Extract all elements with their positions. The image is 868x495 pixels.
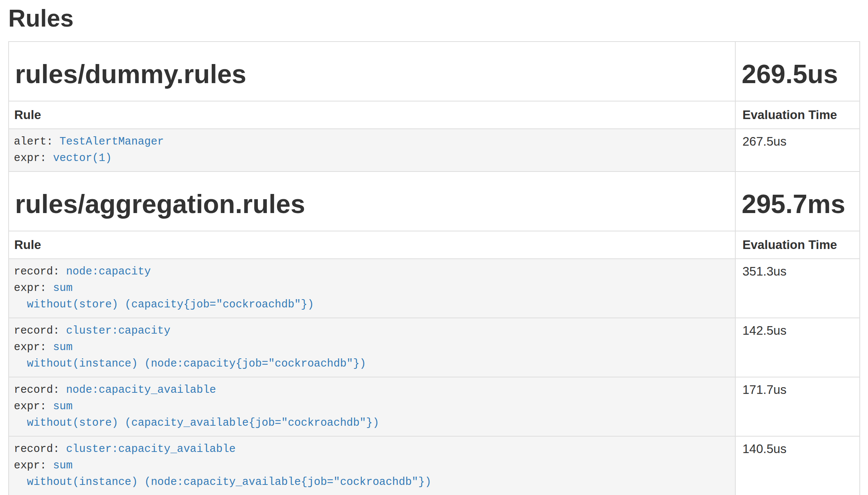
rule-alert-line: alert:TestAlertManager <box>14 134 730 150</box>
rule-expr-line: expr:sum without(instance) (node:capacit… <box>14 339 730 372</box>
record-name-link[interactable]: cluster:capacity <box>66 325 170 337</box>
rule-row: record:node:capacity expr:sum without(st… <box>9 259 860 318</box>
expr-link[interactable]: vector(1) <box>53 152 112 164</box>
rule-record-line: record:node:capacity_available <box>14 382 730 398</box>
rule-row: alert:TestAlertManager expr:vector(1) 26… <box>9 129 860 171</box>
rule-record-line: record:node:capacity <box>14 264 730 280</box>
rules-table: rules/dummy.rules 269.5us Rule Evaluatio… <box>8 41 860 495</box>
rule-column-header: Rule <box>9 101 735 129</box>
record-name-link[interactable]: cluster:capacity_available <box>66 443 235 455</box>
alert-name-link[interactable]: TestAlertManager <box>60 136 164 148</box>
group-eval-time: 269.5us <box>742 60 853 89</box>
group-eval-time-cell: 295.7ms <box>735 171 860 231</box>
group-eval-time: 295.7ms <box>742 190 853 219</box>
group-eval-time-cell: 269.5us <box>735 42 860 101</box>
group-name: rules/aggregation.rules <box>15 190 729 219</box>
record-name-link[interactable]: node:capacity_available <box>66 384 216 396</box>
rule-expr-line: expr:sum without(store) (capacity{job="c… <box>14 280 730 313</box>
rule-key-label: record: <box>14 265 60 278</box>
expr-link[interactable]: sum without(instance) (node:capacity_ava… <box>14 459 431 488</box>
rule-eval-time: 171.7us <box>735 377 860 436</box>
rule-key-label: alert: <box>14 136 53 148</box>
rule-code-block: record:node:capacity expr:sum without(st… <box>9 259 735 318</box>
rule-cell: record:node:capacity_available expr:sum … <box>9 377 735 436</box>
rule-expr-line: expr:vector(1) <box>14 150 730 167</box>
group-name-cell: rules/dummy.rules <box>9 42 735 101</box>
rule-eval-time: 267.5us <box>735 129 860 171</box>
group-header-row: rules/dummy.rules 269.5us <box>9 42 860 101</box>
rule-eval-time: 140.5us <box>735 436 860 495</box>
rule-row: record:cluster:capacity_available expr:s… <box>9 436 860 495</box>
rule-cell: record:cluster:capacity expr:sum without… <box>9 318 735 377</box>
eval-time-column-header: Evaluation Time <box>735 231 860 259</box>
page-title: Rules <box>8 5 860 31</box>
rule-key-label: expr: <box>14 400 46 413</box>
rule-key-label: record: <box>14 443 60 455</box>
rule-cell: alert:TestAlertManager expr:vector(1) <box>9 129 735 171</box>
rule-key-label: record: <box>14 325 60 337</box>
rule-record-line: record:cluster:capacity_available <box>14 441 730 458</box>
rule-expr-line: expr:sum without(store) (capacity_availa… <box>14 398 730 431</box>
group-name: rules/dummy.rules <box>15 60 729 89</box>
record-name-link[interactable]: node:capacity <box>66 265 151 278</box>
group-name-cell: rules/aggregation.rules <box>9 171 735 231</box>
rule-key-label: expr: <box>14 152 46 164</box>
rule-eval-time: 142.5us <box>735 318 860 377</box>
rule-key-label: expr: <box>14 459 46 472</box>
rule-key-label: record: <box>14 384 60 396</box>
column-header-row: Rule Evaluation Time <box>9 101 860 129</box>
rule-record-line: record:cluster:capacity <box>14 323 730 339</box>
rule-row: record:cluster:capacity expr:sum without… <box>9 318 860 377</box>
rule-cell: record:cluster:capacity_available expr:s… <box>9 436 735 495</box>
expr-link[interactable]: sum without(store) (capacity_available{j… <box>14 400 379 429</box>
group-header-row: rules/aggregation.rules 295.7ms <box>9 171 860 231</box>
rule-key-label: expr: <box>14 341 46 353</box>
rule-code-block: record:cluster:capacity expr:sum without… <box>9 318 735 377</box>
rule-code-block: alert:TestAlertManager expr:vector(1) <box>9 129 735 171</box>
column-header-row: Rule Evaluation Time <box>9 231 860 259</box>
expr-link[interactable]: sum without(instance) (node:capacity{job… <box>14 341 366 370</box>
rule-row: record:node:capacity_available expr:sum … <box>9 377 860 436</box>
eval-time-column-header: Evaluation Time <box>735 101 860 129</box>
rule-code-block: record:cluster:capacity_available expr:s… <box>9 437 735 495</box>
expr-link[interactable]: sum without(store) (capacity{job="cockro… <box>14 282 314 311</box>
rule-key-label: expr: <box>14 282 46 294</box>
rule-cell: record:node:capacity expr:sum without(st… <box>9 259 735 318</box>
rules-page: Rules rules/dummy.rules 269.5us Rule Eva… <box>0 0 868 495</box>
rule-code-block: record:node:capacity_available expr:sum … <box>9 377 735 436</box>
rule-eval-time: 351.3us <box>735 259 860 318</box>
rule-column-header: Rule <box>9 231 735 259</box>
rule-expr-line: expr:sum without(instance) (node:capacit… <box>14 458 730 491</box>
